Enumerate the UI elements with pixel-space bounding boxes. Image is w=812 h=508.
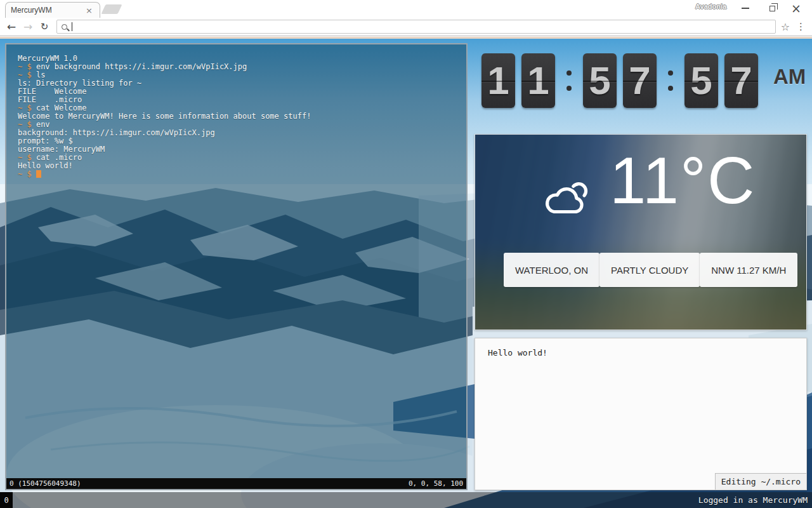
clock-digit-card: 5 [583,53,617,108]
clock-digit-card: 1 [521,53,555,108]
weather-detail-row: WATERLOO, ON PARTLY CLOUDY NNW 11.27 KM/… [475,253,806,287]
clock-digit-card: 7 [623,53,657,108]
reload-icon[interactable]: ↻ [36,22,53,32]
terminal-line: ~ $ [18,170,455,178]
terminal-status-left: 0 (1504756049348) [10,479,81,488]
weather-location-button[interactable]: WATERLOO, ON [504,253,599,287]
terminal-window[interactable]: MercuryWM 1.0~ $ env background https://… [5,43,468,490]
tab-close-icon[interactable]: × [84,6,95,15]
terminal-line: ~ $ env background https://i.imgur.com/w… [18,63,455,71]
browser-toolbar: ← → ↻ ☆ ⋮ [0,18,812,36]
clock-digit-card: 7 [724,53,758,108]
terminal-output: MercuryWM 1.0~ $ env background https://… [6,44,466,478]
forward-icon[interactable]: → [20,22,36,32]
minimize-button[interactable] [735,0,756,17]
login-status: Logged in as MercuryWM [698,495,812,505]
terminal-line: ~ $ cat .micro [18,154,455,162]
bookmark-star-icon[interactable]: ☆ [781,21,790,33]
terminal-line: FILE Welcome [18,88,455,96]
terminal-line: background: https://i.imgur.com/wVpIicX.… [18,129,455,137]
search-icon [62,24,67,30]
back-icon[interactable]: ← [3,22,20,32]
new-tab-button[interactable] [102,4,122,14]
terminal-line: Hello world! [18,162,455,170]
browser-titlebar: MercuryWM × Avadonia × [0,0,812,18]
terminal-line: Welcome to MercuryWM! Here is some infor… [18,112,455,121]
terminal-statusbar: 0 (1504756049348) 0, 0, 58, 100 [6,478,466,489]
flip-clock-widget: 115757 AM [481,53,806,108]
terminal-status-right: 0, 0, 58, 100 [409,479,463,488]
minimize-icon [742,8,749,9]
clock-colon [561,53,577,108]
clock-digit-card: 5 [684,53,718,108]
terminal-line: username: MercuryWM [18,145,455,154]
workspace-indicator[interactable]: 0 [0,492,13,508]
weather-widget: 11°C WATERLOO, ON PARTLY CLOUDY NNW 11.2… [475,134,807,330]
restore-icon [769,6,775,11]
terminal-cursor [36,170,41,178]
editor-status-label: Editing ~/.micro [715,473,806,490]
address-bar[interactable] [56,20,776,34]
restore-button[interactable] [761,0,783,17]
editor-textarea[interactable]: Hello world! [475,338,806,490]
text-cursor [72,22,72,31]
clock-meridiem: AM [773,65,806,89]
temperature-value: 11°C [610,140,756,222]
clock-colon [663,53,678,108]
clock-digits: 115757 [481,53,764,108]
weather-condition-button[interactable]: PARTLY CLOUDY [599,253,700,287]
desktop: MercuryWM 1.0~ $ env background https://… [0,37,812,508]
close-button[interactable]: × [785,0,807,17]
weather-wind-button[interactable]: NNW 11.27 KM/H [700,253,797,287]
tab-title: MercuryWM [11,6,84,15]
watermark-text: Avadonia [695,3,726,10]
desktop-statusbar: 0 Logged in as MercuryWM [0,492,812,508]
editor-window: Hello world! Editing ~/.micro [475,338,807,490]
clock-digit-card: 1 [481,53,515,108]
browser-menu-icon[interactable]: ⋮ [796,21,806,32]
partly-cloudy-icon [542,179,594,218]
browser-tab[interactable]: MercuryWM × [5,2,100,18]
